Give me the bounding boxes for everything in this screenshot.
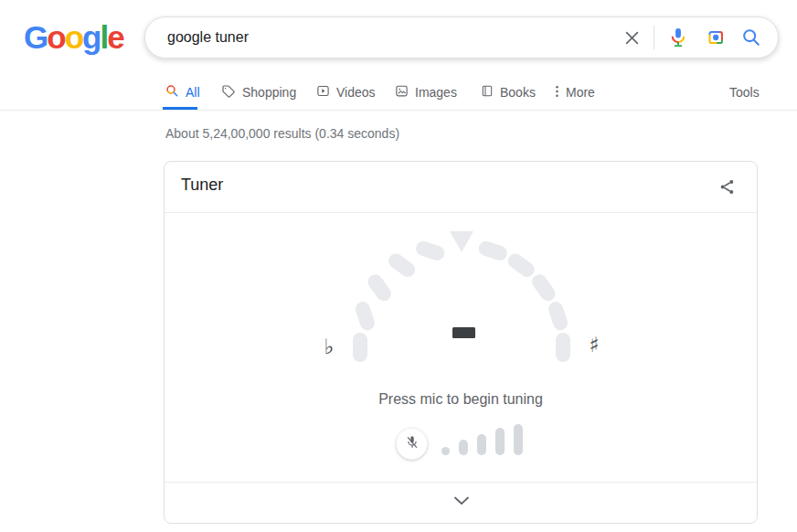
search-bar[interactable]: [144, 16, 779, 59]
tab-videos[interactable]: Videos: [316, 84, 376, 101]
share-icon[interactable]: [717, 176, 737, 197]
tab-label: Videos: [336, 85, 376, 100]
tab-label: All: [186, 85, 200, 100]
google-search-results-page: Google: [0, 0, 797, 532]
tuner-gauge: [165, 212, 757, 477]
logo-letter: e: [107, 19, 122, 55]
gauge-dashes: [360, 249, 563, 355]
tools-button[interactable]: Tools: [729, 85, 760, 100]
flat-symbol: ♭: [318, 335, 340, 357]
volume-bar: [459, 440, 468, 455]
tab-images[interactable]: Images: [395, 84, 457, 101]
video-play-icon: [316, 84, 330, 101]
search-bar-divider: [654, 26, 654, 49]
volume-bar: [514, 424, 523, 455]
volume-bar: [495, 428, 505, 455]
lens-camera-icon[interactable]: [706, 28, 726, 47]
logo-letter: g: [82, 19, 100, 55]
card-footer-divider: [165, 482, 757, 483]
sharp-symbol: ♯: [583, 334, 605, 356]
logo-letter: o: [65, 19, 82, 55]
result-stats: About 5,24,00,000 results (0.34 seconds): [165, 126, 399, 141]
clear-icon[interactable]: [624, 30, 640, 46]
search-submit-icon[interactable]: [741, 27, 761, 48]
voice-search-mic-icon[interactable]: [669, 27, 687, 48]
vertical-dots-icon: [555, 84, 559, 101]
card-title: Tuner: [181, 176, 223, 195]
volume-bar: [441, 447, 450, 455]
logo-letter: G: [24, 19, 47, 55]
logo-letter: l: [100, 19, 107, 55]
book-icon: [481, 84, 494, 101]
gauge-needle-indicator: [452, 327, 475, 338]
tab-label: Books: [500, 85, 536, 100]
tuning-instruction-text: Press mic to begin tuning: [165, 391, 757, 408]
tag-icon: [221, 84, 236, 101]
tab-label: More: [566, 85, 595, 100]
gauge-top-triangle-icon: [450, 231, 473, 252]
mic-off-icon: [404, 434, 420, 454]
tab-label: Images: [415, 85, 457, 100]
google-logo[interactable]: Google: [24, 20, 123, 55]
tab-label: Shopping: [242, 85, 296, 100]
tab-shopping[interactable]: Shopping: [221, 84, 296, 101]
image-icon: [395, 84, 409, 101]
tab-books[interactable]: Books: [481, 84, 536, 101]
logo-letter: o: [47, 19, 64, 55]
tuner-card: Tuner: [164, 161, 758, 524]
mic-toggle-button[interactable]: [396, 428, 428, 460]
volume-bar: [477, 434, 486, 455]
search-input[interactable]: [167, 29, 624, 46]
tab-more[interactable]: More: [555, 84, 595, 101]
chevron-down-icon[interactable]: [447, 489, 476, 513]
colored-search-icon: [165, 84, 179, 101]
tabs-bottom-border: [0, 110, 797, 111]
tab-all[interactable]: All: [165, 84, 200, 101]
